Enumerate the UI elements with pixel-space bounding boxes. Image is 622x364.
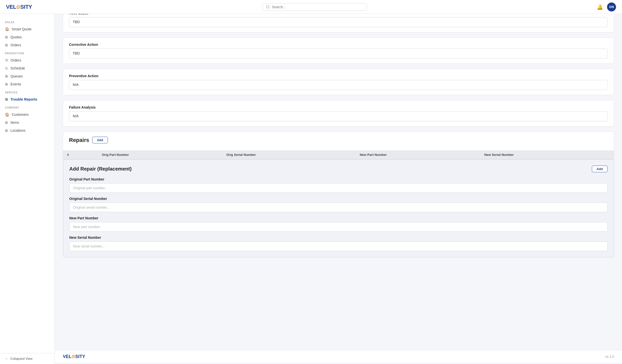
sidebar-item-events[interactable]: ⊞ Events	[0, 80, 55, 88]
sidebar-item-items[interactable]: ⊞ Items	[0, 119, 55, 126]
collapsed-view-label: Collapsed View	[10, 357, 32, 361]
arrow-left-icon: ←	[5, 357, 8, 361]
sidebar-item-smart-quote[interactable]: 🏠 Smart Quote	[0, 25, 55, 33]
col-new-part: New Part Number	[356, 150, 480, 159]
clock-icon: ⊙	[5, 66, 8, 70]
original-serial-number-field: Original Serial Number	[69, 197, 608, 212]
sidebar-item-label: Events	[10, 82, 21, 86]
original-serial-number-input[interactable]	[69, 203, 608, 212]
add-repair-panel: Add Repair (Replacement) Add Original Pa…	[63, 159, 614, 257]
failure-analysis-value: N/A	[69, 111, 608, 121]
new-serial-number-input[interactable]	[69, 242, 608, 251]
preventive-action-value: N/A	[69, 80, 608, 90]
root-cause-value: TBD	[69, 17, 608, 27]
add-repair-fields: Original Part Number Original Serial Num…	[69, 177, 608, 251]
col-orig-serial: Orig Serial Number	[222, 150, 356, 159]
sidebar-item-label: Schedule	[10, 66, 25, 70]
home-icon: 🏠	[5, 113, 9, 117]
original-part-number-input[interactable]	[69, 183, 608, 193]
sidebar-item-label: Smart Quote	[12, 27, 31, 31]
main-content: Root Cause TBD Corrective Action TBD Pre…	[55, 0, 622, 350]
avatar[interactable]: GN	[607, 2, 616, 11]
sidebar-item-schedule[interactable]: ⊙ Schedule	[0, 64, 55, 72]
footer-version: v1.1.0	[605, 355, 614, 359]
sidebar-item-orders-sales[interactable]: ⊞ Orders	[0, 41, 55, 49]
corrective-action-label: Corrective Action	[69, 43, 608, 47]
new-part-number-input[interactable]	[69, 222, 608, 232]
notification-bell-icon[interactable]: 🔔	[597, 4, 603, 10]
sidebar-section-production: PRODUCTION	[0, 49, 55, 56]
new-serial-number-field: New Serial Number	[69, 236, 608, 251]
original-serial-number-label: Original Serial Number	[69, 197, 608, 201]
add-repair-title: Add Repair (Replacement)	[69, 166, 132, 172]
page-footer: VEL⊙SITY v1.1.0	[55, 350, 622, 363]
sidebar-item-orders-production[interactable]: ⟲ Orders	[0, 56, 55, 64]
sidebar-item-label: Items	[10, 121, 19, 124]
corrective-action-value: TBD	[69, 49, 608, 59]
grid-icon: ⊞	[5, 35, 8, 39]
home-icon: 🏠	[5, 27, 9, 31]
footer-logo-text: VEL⊙SITY	[63, 354, 85, 359]
sidebar-item-label: Queues	[10, 74, 23, 78]
add-repair-header: Add Repair (Replacement) Add	[69, 166, 608, 172]
repairs-table: # Orig Part Number Orig Serial Number Ne…	[63, 150, 614, 159]
footer-logo: VEL⊙SITY	[63, 354, 85, 359]
repairs-add-button[interactable]: Add	[92, 137, 108, 143]
preventive-action-section: Preventive Action N/A	[63, 69, 614, 95]
col-new-serial: New Serial Number	[480, 150, 614, 159]
sidebar-item-label: Quotes	[10, 35, 22, 39]
sidebar-item-trouble-reports[interactable]: ⊞ Trouble Reports	[0, 95, 55, 103]
repairs-title: Repairs	[69, 137, 89, 143]
preventive-action-label: Preventive Action	[69, 74, 608, 78]
grid-icon: ⊞	[5, 128, 8, 132]
app-header: VEL⊙SITY 🔔 GN	[0, 0, 622, 14]
sidebar-item-label: Orders	[10, 58, 21, 62]
sidebar-item-label: Trouble Reports	[10, 97, 37, 101]
grid-icon: ⊞	[5, 74, 8, 78]
original-part-number-label: Original Part Number	[69, 177, 608, 181]
repairs-table-header-row: # Orig Part Number Orig Serial Number Ne…	[63, 150, 614, 159]
repairs-header-container: Repairs Add	[63, 132, 614, 150]
grid-icon: ⊞	[5, 121, 8, 124]
new-serial-number-label: New Serial Number	[69, 236, 608, 240]
new-part-number-label: New Part Number	[69, 216, 608, 220]
sidebar-item-quotes[interactable]: ⊞ Quotes	[0, 33, 55, 41]
repairs-table-head: # Orig Part Number Orig Serial Number Ne…	[63, 150, 614, 159]
collapsed-view-toggle[interactable]: ← Collapsed View	[0, 353, 55, 363]
col-number: #	[63, 150, 98, 159]
sidebar: SALES 🏠 Smart Quote ⊞ Quotes ⊞ Orders PR…	[0, 14, 55, 363]
new-part-number-field: New Part Number	[69, 216, 608, 232]
sidebar-item-label: Orders	[10, 43, 21, 47]
failure-analysis-label: Failure Analysis	[69, 105, 608, 109]
search-bar[interactable]	[262, 3, 367, 11]
failure-analysis-section: Failure Analysis N/A	[63, 100, 614, 126]
sidebar-section-sales: SALES	[0, 18, 55, 25]
cycle-icon: ⟲	[5, 58, 8, 62]
sidebar-item-queues[interactable]: ⊞ Queues	[0, 72, 55, 80]
sidebar-item-label: Customers	[12, 113, 29, 117]
sidebar-section-service: SERVICE	[0, 88, 55, 95]
svg-line-1	[269, 8, 269, 8]
grid-icon: ⊞	[5, 82, 8, 86]
repairs-header: Repairs Add	[69, 137, 608, 143]
original-part-number-field: Original Part Number	[69, 177, 608, 193]
sidebar-section-company: COMPANY	[0, 103, 55, 111]
svg-point-0	[266, 5, 269, 8]
search-icon	[266, 5, 270, 9]
search-input[interactable]	[272, 5, 363, 9]
sidebar-item-locations[interactable]: ⊞ Locations	[0, 126, 55, 134]
col-orig-part: Orig Part Number	[98, 150, 223, 159]
sidebar-item-label: Locations	[10, 128, 25, 132]
sidebar-item-customers[interactable]: 🏠 Customers	[0, 111, 55, 119]
repairs-section: Repairs Add # Orig Part Number Orig Seri…	[63, 131, 614, 257]
header-right: 🔔 GN	[597, 2, 616, 11]
logo-text: VEL⊙SITY	[6, 4, 32, 10]
add-repair-button[interactable]: Add	[592, 166, 608, 172]
corrective-action-section: Corrective Action TBD	[63, 37, 614, 64]
grid-icon: ⊞	[5, 97, 8, 101]
grid-icon: ⊞	[5, 43, 8, 47]
logo: VEL⊙SITY	[6, 4, 32, 10]
